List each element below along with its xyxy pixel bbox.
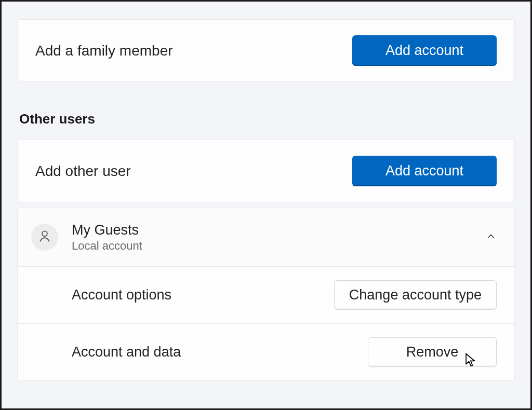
remove-account-button[interactable]: Remove <box>368 337 497 367</box>
other-users-heading: Other users <box>19 111 515 127</box>
add-family-label: Add a family member <box>35 43 173 59</box>
add-family-account-button[interactable]: Add account <box>352 35 497 66</box>
account-options-row: Account options Change account type <box>18 266 514 323</box>
user-avatar <box>31 224 58 251</box>
account-and-data-row: Account and data Remove <box>18 323 514 380</box>
add-other-user-card: Add other user Add account <box>17 140 515 202</box>
user-info: My Guests Local account <box>72 222 485 253</box>
add-other-user-row: Add other user Add account <box>18 140 514 202</box>
change-account-type-button[interactable]: Change account type <box>334 280 497 310</box>
settings-panel: Add a family member Add account Other us… <box>0 0 532 410</box>
add-family-card: Add a family member Add account <box>17 19 515 82</box>
account-options-label: Account options <box>72 287 171 303</box>
user-account-header[interactable]: My Guests Local account <box>18 208 514 266</box>
chevron-up-icon <box>485 230 497 244</box>
svg-point-0 <box>42 231 47 237</box>
add-other-user-label: Add other user <box>35 163 131 180</box>
user-account-type: Local account <box>72 239 485 253</box>
user-name: My Guests <box>72 222 485 238</box>
person-icon <box>37 229 52 245</box>
add-family-row: Add a family member Add account <box>18 20 514 81</box>
user-account-card: My Guests Local account Account options … <box>17 208 515 381</box>
add-other-user-account-button[interactable]: Add account <box>352 156 497 186</box>
account-and-data-label: Account and data <box>72 344 181 360</box>
